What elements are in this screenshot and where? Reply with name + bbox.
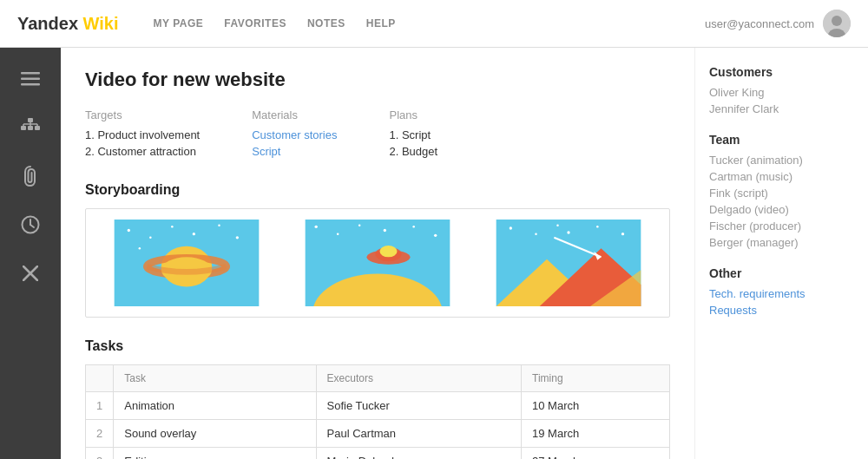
user-area: user@yaconnect.com: [705, 10, 851, 37]
svg-point-24: [218, 224, 220, 226]
svg-point-43: [535, 233, 537, 235]
team-member: Delgado (video): [709, 203, 854, 216]
other-link-requests[interactable]: Requests: [709, 304, 854, 317]
layout: Video for new website Targets 1. Product…: [0, 48, 868, 459]
svg-point-33: [358, 224, 361, 226]
targets-label: Targets: [85, 108, 200, 121]
svg-point-1: [832, 16, 842, 26]
row-task: Editing: [114, 448, 316, 460]
svg-point-21: [149, 237, 152, 239]
svg-rect-8: [28, 126, 33, 130]
row-timing: 10 March: [522, 392, 670, 420]
plans-col: Plans 1. Script 2. Budget: [389, 108, 437, 161]
customers-title: Customers: [709, 65, 854, 79]
plan-item-1: 1. Script: [389, 128, 437, 141]
target-item-1: 1. Product involvement: [85, 128, 200, 141]
targets-list: 1. Product involvement 2. Customer attra…: [85, 128, 200, 158]
nav-help[interactable]: HELP: [366, 17, 396, 30]
logo: Yandex Wiki: [17, 14, 119, 34]
team-member: Tucker (animation): [709, 154, 854, 167]
sitemap-icon[interactable]: [16, 114, 44, 141]
svg-point-20: [128, 229, 130, 232]
plans-list: 1. Script 2. Budget: [389, 128, 437, 158]
row-executor: Sofie Tucker: [316, 392, 521, 420]
material-link-stories[interactable]: Customer stories: [252, 128, 337, 141]
targets-col: Targets 1. Product involvement 2. Custom…: [85, 108, 200, 161]
col-header-executors: Executors: [316, 365, 521, 392]
materials-list: Customer stories Script: [252, 128, 337, 158]
close-icon[interactable]: [16, 259, 44, 287]
other-link-tech[interactable]: Tech. requirements: [709, 287, 854, 300]
team-member: Cartman (music): [709, 170, 854, 183]
clock-icon[interactable]: [16, 211, 44, 239]
svg-point-36: [434, 234, 437, 237]
other-section: Other Tech. requirements Requests: [709, 266, 854, 317]
svg-rect-5: [21, 83, 40, 86]
row-task: Sound overlay: [114, 420, 316, 448]
user-email: user@yaconnect.com: [705, 17, 814, 30]
svg-rect-6: [28, 118, 33, 122]
storyboard-container: [85, 208, 670, 318]
nav-notes[interactable]: NOTES: [307, 17, 345, 30]
svg-rect-7: [21, 126, 26, 130]
row-executor: Marie Delgado: [316, 448, 521, 460]
svg-point-40: [380, 246, 398, 257]
info-grid: Targets 1. Product involvement 2. Custom…: [85, 108, 670, 161]
col-header-num: [86, 365, 114, 392]
row-num: 3: [86, 448, 114, 460]
col-header-timing: Timing: [522, 365, 670, 392]
row-task: Animation: [114, 392, 316, 420]
svg-point-32: [337, 233, 339, 235]
svg-rect-4: [21, 78, 40, 81]
table-row: 1 Animation Sofie Tucker 10 March: [86, 392, 670, 420]
team-member: Berger (manager): [709, 236, 854, 249]
team-member: Fischer (producer): [709, 220, 854, 233]
team-title: Team: [709, 133, 854, 147]
svg-point-44: [556, 224, 559, 226]
list-icon[interactable]: [16, 65, 44, 93]
customer-2: Jennifer Clark: [709, 102, 854, 115]
right-sidebar: Customers Oliver King Jennifer Clark Tea…: [694, 48, 868, 459]
target-item-2: 2. Customer attraction: [85, 145, 200, 158]
plans-label: Plans: [389, 108, 437, 121]
svg-rect-3: [21, 72, 40, 75]
tasks-title: Tasks: [85, 338, 670, 354]
row-num: 1: [86, 392, 114, 420]
svg-point-46: [596, 226, 599, 228]
header: Yandex Wiki MY PAGE FAVORITES NOTES HELP…: [0, 0, 868, 48]
svg-point-25: [236, 236, 239, 239]
main-nav: MY PAGE FAVORITES NOTES HELP: [154, 17, 706, 30]
svg-point-23: [193, 233, 195, 235]
page-title: Video for new website: [85, 69, 670, 91]
row-timing: 27 March: [522, 448, 670, 460]
left-sidebar: [0, 48, 61, 459]
avatar[interactable]: [823, 10, 851, 37]
table-row: 3 Editing Marie Delgado 27 March: [86, 448, 670, 460]
svg-point-47: [621, 233, 624, 235]
story-frame-1: [96, 220, 277, 306]
svg-line-16: [30, 225, 34, 227]
svg-point-22: [171, 226, 174, 228]
customers-section: Customers Oliver King Jennifer Clark: [709, 65, 854, 115]
nav-my-page[interactable]: MY PAGE: [154, 17, 204, 30]
svg-point-26: [139, 247, 141, 250]
table-row: 2 Sound overlay Paul Cartman 19 March: [86, 420, 670, 448]
main-content: Video for new website Targets 1. Product…: [61, 48, 694, 459]
customer-1: Oliver King: [709, 86, 854, 99]
storyboard-title: Storyboarding: [85, 182, 670, 198]
team-section: Team Tucker (animation)Cartman (music)Fi…: [709, 133, 854, 249]
materials-label: Materials: [252, 108, 337, 121]
svg-point-42: [510, 226, 512, 229]
plan-item-2: 2. Budget: [389, 145, 437, 158]
svg-point-45: [567, 231, 569, 233]
table-header-row: Task Executors Timing: [86, 365, 670, 392]
clip-icon[interactable]: [16, 162, 44, 190]
nav-favorites[interactable]: FAVORITES: [224, 17, 286, 30]
row-num: 2: [86, 420, 114, 448]
svg-point-31: [315, 226, 318, 228]
row-timing: 19 March: [522, 420, 670, 448]
team-member: Fink (script): [709, 187, 854, 200]
svg-rect-9: [35, 126, 40, 130]
svg-point-34: [384, 229, 386, 232]
material-link-script[interactable]: Script: [252, 145, 280, 158]
